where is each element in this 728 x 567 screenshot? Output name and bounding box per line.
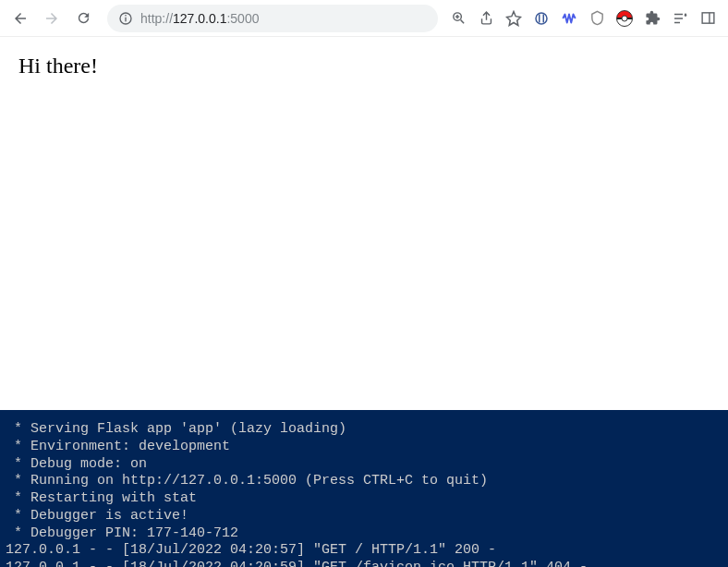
page-content: Hi there!	[0, 37, 728, 410]
zoom-icon[interactable]	[449, 9, 467, 28]
terminal-line: * Environment: development	[6, 439, 722, 456]
arrow-left-icon	[12, 10, 29, 27]
terminal-line: * Debug mode: on	[6, 456, 722, 474]
browser-toolbar: http://127.0.0.1:5000	[0, 0, 728, 37]
reload-button[interactable]	[70, 6, 96, 31]
bookmark-star-icon[interactable]	[504, 9, 523, 28]
arrow-right-icon	[43, 10, 60, 27]
address-bar[interactable]: http://127.0.0.1:5000	[107, 5, 438, 32]
page-body-text: Hi there!	[18, 54, 98, 78]
terminal-line: 127.0.0.1 - - [18/Jul/2022 04:20:59] "GE…	[6, 560, 722, 567]
extension-icon-2[interactable]	[560, 9, 578, 28]
extensions-puzzle-icon[interactable]	[643, 9, 661, 28]
extension-icon-1[interactable]	[532, 9, 551, 28]
url-text: http://127.0.0.1:5000	[140, 11, 259, 26]
site-info-icon[interactable]	[118, 11, 133, 26]
svg-rect-2	[125, 15, 126, 16]
terminal-line: * Running on http://127.0.0.1:5000 (Pres…	[6, 473, 722, 490]
svg-rect-8	[702, 13, 714, 23]
terminal-line: * Debugger PIN: 177-140-712	[6, 525, 722, 543]
terminal-output[interactable]: * Serving Flask app 'app' (lazy loading)…	[0, 410, 728, 567]
svg-line-4	[460, 20, 464, 24]
pokeball-icon	[616, 10, 633, 27]
reload-icon	[76, 10, 91, 26]
reading-list-icon[interactable]	[671, 9, 689, 28]
svg-rect-1	[125, 17, 126, 21]
side-panel-icon[interactable]	[698, 9, 717, 28]
forward-button[interactable]	[39, 6, 65, 31]
extension-icon-pokeball[interactable]	[615, 9, 634, 28]
back-button[interactable]	[7, 6, 33, 31]
terminal-line: 127.0.0.1 - - [18/Jul/2022 04:20:57] "GE…	[6, 542, 722, 560]
svg-point-7	[536, 13, 547, 24]
terminal-line: * Restarting with stat	[6, 490, 722, 508]
terminal-line: * Serving Flask app 'app' (lazy loading)	[6, 421, 722, 439]
share-icon[interactable]	[477, 9, 495, 28]
extension-icon-3[interactable]	[588, 9, 606, 28]
terminal-line: * Debugger is active!	[6, 508, 722, 525]
toolbar-right-icons	[449, 9, 721, 28]
